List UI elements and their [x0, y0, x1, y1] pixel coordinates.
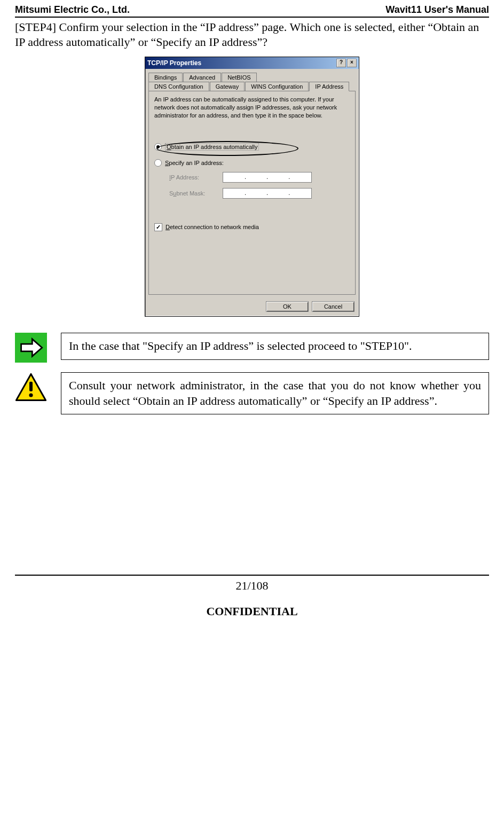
- radio-obtain-auto[interactable]: Obtain an IP address automatically: [154, 143, 350, 151]
- dialog-titlebar: TCP/IP Properties ? ×: [145, 57, 359, 69]
- radio-obtain-label: btain an IP address automatically: [171, 144, 258, 150]
- subnet-mask-field: Subnet Mask: . . .: [169, 188, 350, 199]
- radio-icon: [154, 143, 162, 151]
- tcpip-properties-dialog: TCP/IP Properties ? × Bindings Advanced …: [145, 57, 359, 317]
- footer-rule: [15, 575, 489, 576]
- warning-icon: [15, 372, 47, 402]
- close-icon[interactable]: ×: [347, 59, 357, 67]
- subnet-mask-input[interactable]: . . .: [223, 188, 312, 199]
- svg-point-3: [29, 393, 33, 397]
- tab-dns[interactable]: DNS Configuration: [148, 82, 209, 91]
- note-warn-box: Consult your network administrator, in t…: [61, 372, 489, 414]
- header-rule: [15, 17, 489, 18]
- radio-icon: [154, 159, 162, 167]
- tab-advanced[interactable]: Advanced: [183, 73, 221, 82]
- ip-address-field: IP Address: . . .: [169, 172, 350, 183]
- checkbox-icon: ✓: [154, 223, 162, 231]
- confidential-label: CONFIDENTIAL: [15, 605, 489, 618]
- radio-specify-label: pecify an IP address:: [169, 160, 224, 166]
- detect-connection-checkbox[interactable]: ✓ Detect connection to network media: [154, 223, 350, 231]
- radio-specify-ip[interactable]: Specify an IP address:: [154, 159, 350, 167]
- tab-panel: An IP address can be automatically assig…: [148, 91, 356, 295]
- cancel-button[interactable]: Cancel: [312, 301, 355, 312]
- page-number: 21/108: [15, 579, 489, 593]
- tab-gateway[interactable]: Gateway: [210, 82, 245, 91]
- ok-button[interactable]: OK: [266, 301, 309, 312]
- dialog-title: TCP/IP Properties: [147, 59, 201, 67]
- panel-description: An IP address can be automatically assig…: [154, 96, 350, 120]
- tab-netbios[interactable]: NetBIOS: [222, 73, 256, 82]
- header-right: Wavit11 User's Manual: [385, 4, 489, 15]
- tab-wins[interactable]: WINS Configuration: [245, 82, 309, 91]
- help-icon[interactable]: ?: [336, 59, 346, 67]
- svg-rect-2: [29, 382, 33, 391]
- ip-address-input[interactable]: . . .: [223, 172, 312, 183]
- header-left: Mitsumi Electric Co., Ltd.: [15, 4, 130, 15]
- go-arrow-icon: [15, 333, 47, 363]
- tab-bindings[interactable]: Bindings: [148, 73, 183, 82]
- note-go-box: In the case that "Specify an IP address”…: [61, 333, 489, 360]
- tab-ip-address[interactable]: IP Address: [309, 82, 349, 91]
- step4-text: [STEP4] Confirm your selection in the “I…: [15, 20, 489, 49]
- svg-marker-0: [21, 339, 42, 356]
- detect-label: etect connection to network media: [170, 224, 259, 230]
